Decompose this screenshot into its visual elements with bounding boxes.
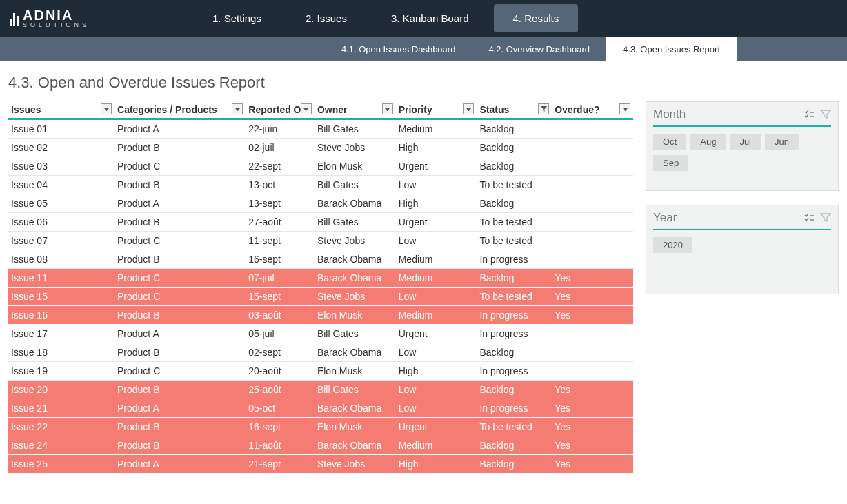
cell-priority: Medium	[396, 306, 477, 325]
cell-cat: Product A	[114, 325, 246, 343]
nav-item-2[interactable]: 3. Kanban Board	[372, 4, 488, 32]
subnav-item-0[interactable]: 4.1. Open Issues Dashboard	[325, 37, 472, 61]
table-row[interactable]: Issue 06Product B27-aoûtBill GatesUrgent…	[8, 213, 633, 232]
issues-table-wrap: IssuesCategories / ProductsReported OnOw…	[8, 101, 633, 474]
cell-issue: Issue 04	[8, 176, 114, 194]
table-row[interactable]: Issue 11Product C07-juilBarack ObamaMedi…	[8, 269, 633, 288]
cell-priority: Medium	[396, 119, 477, 139]
cell-status: Backlog	[477, 381, 552, 399]
cell-reported: 13-sept	[246, 194, 315, 213]
dropdown-icon[interactable]	[101, 103, 112, 114]
table-row[interactable]: Issue 02Product B02-juilSteve JobsHighBa…	[8, 139, 633, 157]
table-row[interactable]: Issue 22Product B16-septElon MuskUrgentT…	[8, 418, 633, 436]
cell-cat: Product B	[114, 343, 246, 362]
cell-status: To be tested	[477, 176, 552, 194]
month-option[interactable]: Aug	[690, 134, 726, 150]
cell-priority: High	[396, 139, 477, 157]
dropdown-icon[interactable]	[301, 103, 312, 114]
cell-status: In progress	[477, 399, 552, 418]
cell-overdue: Yes	[552, 306, 633, 325]
cell-overdue: Yes	[552, 455, 633, 474]
table-row[interactable]: Issue 17Product A05-juilBill GatesUrgent…	[8, 325, 633, 343]
month-option[interactable]: Sep	[653, 155, 688, 171]
month-option[interactable]: Oct	[653, 134, 686, 150]
table-row[interactable]: Issue 21Product A05-octBarack ObamaLowIn…	[8, 399, 633, 418]
dropdown-icon[interactable]	[382, 103, 393, 114]
cell-priority: Low	[396, 343, 477, 362]
table-row[interactable]: Issue 08Product B16-septBarack ObamaMedi…	[8, 250, 633, 269]
col-label: Priority	[399, 104, 432, 115]
cell-priority: Low	[396, 399, 477, 418]
cell-owner: Barack Obama	[315, 250, 396, 269]
table-row[interactable]: Issue 07Product C11-septSteve JobsLowTo …	[8, 232, 633, 250]
filter-active-icon[interactable]	[538, 103, 549, 114]
table-row[interactable]: Issue 20Product B25-aoûtBill GatesLowBac…	[8, 381, 633, 399]
cell-cat: Product C	[114, 288, 246, 306]
cell-reported: 25-août	[246, 381, 315, 399]
cell-cat: Product A	[114, 194, 246, 213]
subnav-item-2[interactable]: 4.3. Open Issues Report	[606, 37, 737, 61]
nav-item-1[interactable]: 2. Issues	[286, 4, 366, 32]
cell-status: Backlog	[477, 139, 552, 157]
col-label: Categories / Products	[117, 104, 217, 115]
cell-priority: Medium	[396, 250, 477, 269]
cell-overdue: Yes	[552, 288, 633, 306]
nav-item-0[interactable]: 1. Settings	[193, 4, 281, 32]
cell-priority: Urgent	[396, 325, 477, 343]
cell-issue: Issue 21	[8, 399, 114, 418]
cell-owner: Bill Gates	[315, 119, 396, 139]
cell-status: Backlog	[477, 436, 552, 455]
dropdown-icon[interactable]	[619, 103, 630, 114]
cell-owner: Barack Obama	[315, 269, 396, 288]
cell-overdue	[552, 250, 633, 269]
subnav-item-1[interactable]: 4.2. Overview Dashboard	[472, 37, 606, 61]
brand-sub: SOLUTIONS	[23, 22, 90, 28]
topbar: ADNIA SOLUTIONS 1. Settings2. Issues3. K…	[0, 0, 847, 37]
cell-reported: 16-sept	[246, 250, 315, 269]
table-row[interactable]: Issue 05Product A13-septBarack ObamaHigh…	[8, 194, 633, 213]
cell-issue: Issue 19	[8, 362, 114, 381]
table-row[interactable]: Issue 15Product C15-septSteve JobsLowTo …	[8, 288, 633, 306]
year-slicer: Year 2020	[646, 205, 839, 294]
table-row[interactable]: Issue 25Product A21-septSteve JobsHighBa…	[8, 455, 633, 474]
cell-issue: Issue 24	[8, 436, 114, 455]
cell-status: In progress	[477, 306, 552, 325]
dropdown-icon[interactable]	[463, 103, 474, 114]
cell-overdue	[552, 194, 633, 213]
cell-priority: Urgent	[396, 157, 477, 176]
cell-reported: 02-juil	[246, 139, 315, 157]
month-option[interactable]: Jul	[730, 134, 761, 150]
table-row[interactable]: Issue 18Product B02-septBarack ObamaLowB…	[8, 343, 633, 362]
month-option[interactable]: Jun	[765, 134, 799, 150]
cell-cat: Product B	[114, 139, 246, 157]
cell-owner: Elon Musk	[315, 157, 396, 176]
clear-filter-icon[interactable]	[820, 109, 831, 120]
multi-select-icon[interactable]	[804, 212, 815, 223]
cell-issue: Issue 03	[8, 157, 114, 176]
cell-reported: 20-août	[246, 362, 315, 381]
cell-owner: Bill Gates	[315, 381, 396, 399]
cell-issue: Issue 22	[8, 418, 114, 436]
cell-overdue	[552, 325, 633, 343]
cell-priority: Low	[396, 381, 477, 399]
clear-filter-icon[interactable]	[820, 212, 831, 223]
dropdown-icon[interactable]	[232, 103, 243, 114]
cell-reported: 07-juil	[246, 269, 315, 288]
table-row[interactable]: Issue 03Product C22-septElon MuskUrgentB…	[8, 157, 633, 176]
table-row[interactable]: Issue 01Product A22-juinBill GatesMedium…	[8, 119, 633, 139]
table-row[interactable]: Issue 16Product B03-aoûtElon MuskMediumI…	[8, 306, 633, 325]
table-row[interactable]: Issue 24Product B11-aoûtBarack ObamaMedi…	[8, 436, 633, 455]
col-label: Owner	[317, 104, 348, 115]
cell-priority: Low	[396, 176, 477, 194]
cell-cat: Product A	[114, 455, 246, 474]
cell-owner: Steve Jobs	[315, 232, 396, 250]
nav-item-3[interactable]: 4. Results	[494, 4, 579, 32]
year-option[interactable]: 2020	[653, 237, 692, 253]
cell-cat: Product B	[114, 306, 246, 325]
cell-cat: Product C	[114, 269, 246, 288]
multi-select-icon[interactable]	[804, 109, 815, 120]
table-row[interactable]: Issue 04Product B13-octBill GatesLowTo b…	[8, 176, 633, 194]
table-row[interactable]: Issue 19Product C20-aoûtElon MuskHighIn …	[8, 362, 633, 381]
col-label: Status	[479, 104, 509, 115]
col-label: Reported On	[248, 104, 307, 115]
